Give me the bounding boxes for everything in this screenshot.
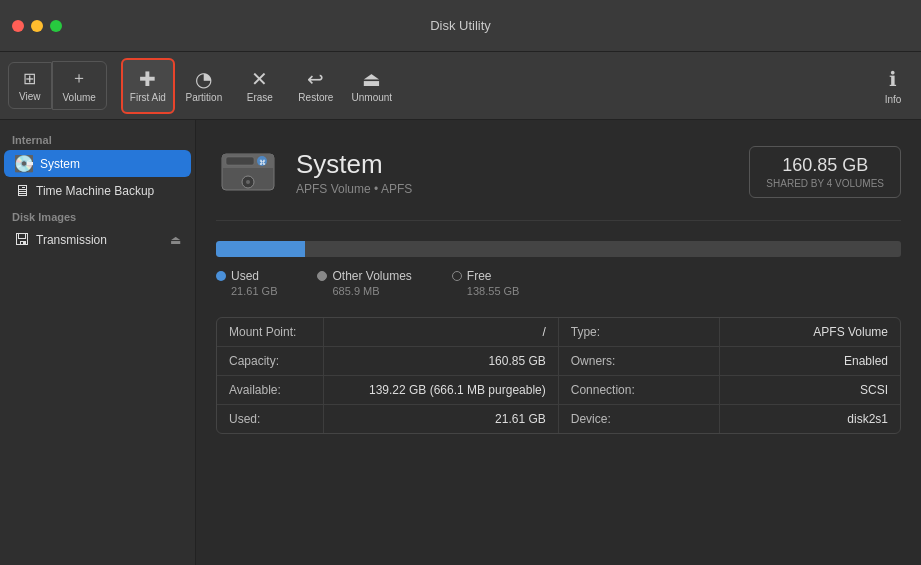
first-aid-button[interactable]: ✚ First Aid [121, 58, 175, 114]
restore-button[interactable]: ↩ Restore [289, 58, 343, 114]
svg-rect-5 [226, 157, 254, 165]
legend-other: Other Volumes 685.9 MB [317, 269, 411, 297]
volume-icon: ＋ [71, 68, 87, 89]
volume-button[interactable]: ＋ Volume [52, 61, 107, 110]
free-dot [452, 271, 462, 281]
sidebar: Internal 💽 System 🖥 Time Machine Backup … [0, 120, 196, 565]
maximize-button[interactable] [50, 20, 62, 32]
svg-text:⌘: ⌘ [259, 159, 266, 166]
type-value: APFS Volume [720, 318, 900, 347]
free-label: Free [467, 269, 492, 283]
info-row-mount: Mount Point: / [217, 318, 558, 347]
legend-used: Used 21.61 GB [216, 269, 277, 297]
system-disk-icon: 💽 [14, 154, 34, 173]
volume-label: Volume [63, 92, 96, 103]
toolbar: ⊞ View ＋ Volume ✚ First Aid ◔ Partition … [0, 52, 921, 120]
internal-section-label: Internal [0, 128, 195, 149]
info-tables: Mount Point: / Capacity: 160.85 GB Avail… [216, 317, 901, 434]
view-volume-group: ⊞ View ＋ Volume [8, 61, 107, 110]
legend-free: Free 138.55 GB [452, 269, 520, 297]
volume-size: 160.85 GB [766, 155, 884, 176]
other-label: Other Volumes [332, 269, 411, 283]
titlebar: Disk Utility [0, 0, 921, 52]
erase-icon: ✕ [251, 69, 268, 89]
free-legend-label: Free [452, 269, 520, 283]
used-info-value: 21.61 GB [324, 405, 559, 434]
transmission-label: Transmission [36, 233, 107, 247]
other-value: 685.9 MB [317, 285, 411, 297]
disk-image-icon: 🖫 [14, 231, 30, 249]
eject-icon[interactable]: ⏏ [170, 233, 181, 247]
traffic-lights [12, 20, 62, 32]
storage-legend: Used 21.61 GB Other Volumes 685.9 MB Fre… [216, 269, 901, 297]
time-machine-icon: 🖥 [14, 182, 30, 200]
capacity-label: Capacity: [217, 347, 324, 376]
info-row-connection: Connection: SCSI [559, 376, 900, 405]
available-label: Available: [217, 376, 324, 405]
disk-images-section-label: Disk Images [0, 205, 195, 226]
info-row-used: Used: 21.61 GB [217, 405, 558, 434]
used-legend-label: Used [216, 269, 277, 283]
volume-name: System [296, 149, 749, 180]
owners-value: Enabled [720, 347, 900, 376]
volume-shared-label: SHARED BY 4 VOLUMES [766, 178, 884, 189]
info-button[interactable]: ℹ Info [873, 58, 913, 114]
available-value: 139.22 GB (666.1 MB purgeable) [324, 376, 559, 405]
restore-icon: ↩ [307, 69, 324, 89]
info-table-left: Mount Point: / Capacity: 160.85 GB Avail… [217, 318, 559, 433]
info-table-right: Type: APFS Volume Owners: Enabled Connec… [559, 318, 900, 433]
storage-bar-used [216, 241, 305, 257]
view-button[interactable]: ⊞ View [8, 62, 52, 109]
erase-button[interactable]: ✕ Erase [233, 58, 287, 114]
partition-icon: ◔ [195, 69, 212, 89]
volume-size-box: 160.85 GB SHARED BY 4 VOLUMES [749, 146, 901, 198]
unmount-label: Unmount [352, 92, 393, 103]
first-aid-label: First Aid [130, 92, 166, 103]
owners-label: Owners: [559, 347, 720, 376]
connection-label: Connection: [559, 376, 720, 405]
mount-label: Mount Point: [217, 318, 324, 347]
used-value: 21.61 GB [216, 285, 277, 297]
view-label: View [19, 91, 41, 102]
partition-label: Partition [186, 92, 223, 103]
svg-point-4 [246, 180, 250, 184]
type-label: Type: [559, 318, 720, 347]
storage-bar [216, 241, 901, 257]
info-row-capacity: Capacity: 160.85 GB [217, 347, 558, 376]
used-info-label: Used: [217, 405, 324, 434]
device-label: Device: [559, 405, 720, 434]
main-layout: Internal 💽 System 🖥 Time Machine Backup … [0, 120, 921, 565]
volume-icon-container: ⌘ [216, 140, 280, 204]
used-label: Used [231, 269, 259, 283]
storage-section: Used 21.61 GB Other Volumes 685.9 MB Fre… [216, 241, 901, 297]
minimize-button[interactable] [31, 20, 43, 32]
window-title: Disk Utility [430, 18, 491, 33]
sidebar-item-system[interactable]: 💽 System [4, 150, 191, 177]
mount-value: / [324, 318, 559, 347]
unmount-icon: ⏏ [362, 69, 381, 89]
volume-subtitle: APFS Volume • APFS [296, 182, 749, 196]
info-icon: ℹ [889, 67, 897, 91]
close-button[interactable] [12, 20, 24, 32]
volume-info: System APFS Volume • APFS [296, 149, 749, 196]
erase-label: Erase [247, 92, 273, 103]
device-value: disk2s1 [720, 405, 900, 434]
time-machine-label: Time Machine Backup [36, 184, 154, 198]
system-item-label: System [40, 157, 80, 171]
info-row-type: Type: APFS Volume [559, 318, 900, 347]
other-legend-label: Other Volumes [317, 269, 411, 283]
first-aid-icon: ✚ [139, 69, 156, 89]
volume-header: ⌘ System APFS Volume • APFS 160.85 GB SH… [216, 140, 901, 221]
unmount-button[interactable]: ⏏ Unmount [345, 58, 399, 114]
partition-button[interactable]: ◔ Partition [177, 58, 231, 114]
view-icon: ⊞ [23, 69, 36, 88]
capacity-value: 160.85 GB [324, 347, 559, 376]
restore-label: Restore [298, 92, 333, 103]
content-area: ⌘ System APFS Volume • APFS 160.85 GB SH… [196, 120, 921, 565]
disk-icon-svg: ⌘ [216, 140, 280, 204]
info-row-owners: Owners: Enabled [559, 347, 900, 376]
sidebar-item-time-machine[interactable]: 🖥 Time Machine Backup [4, 178, 191, 204]
info-label: Info [885, 94, 902, 105]
info-row-available: Available: 139.22 GB (666.1 MB purgeable… [217, 376, 558, 405]
sidebar-item-transmission[interactable]: 🖫 Transmission ⏏ [4, 227, 191, 253]
